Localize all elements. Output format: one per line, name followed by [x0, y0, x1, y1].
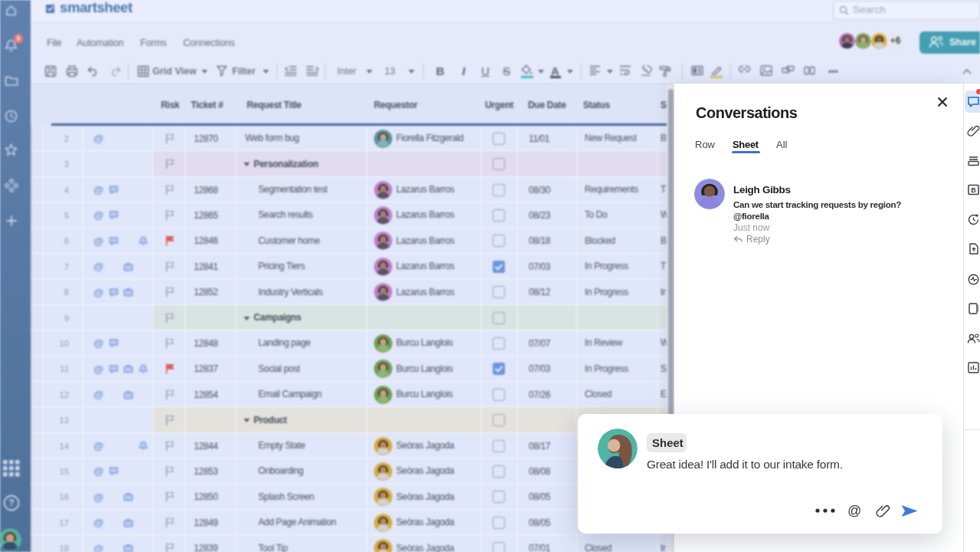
svg-text:B: B: [971, 186, 976, 194]
svg-text:?: ?: [8, 498, 14, 508]
